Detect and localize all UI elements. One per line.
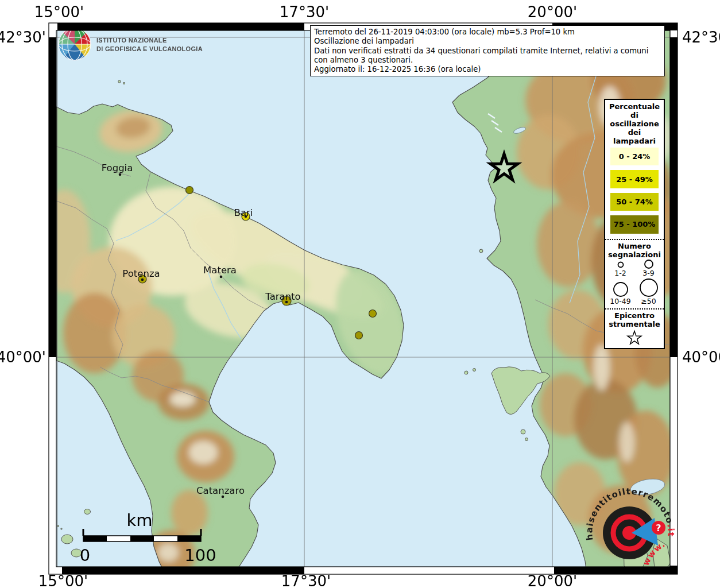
logo-name-red: .it — [665, 523, 676, 537]
legend-title-line: Epicentro — [609, 311, 660, 320]
legend-title-line: dei — [609, 128, 660, 137]
axis-label-left: 42°30' — [0, 29, 46, 46]
count-circle-icon — [615, 260, 626, 269]
count-circle-icon — [612, 281, 629, 297]
count-class-10-49: 10-49 — [606, 278, 634, 305]
city-label: Taranto — [265, 291, 300, 302]
legend-title-line: segnalazioni — [608, 250, 661, 259]
report-dot — [186, 187, 193, 194]
legend-title-line: Numero — [608, 242, 661, 250]
count-class-3-9: 3-9 — [634, 259, 663, 277]
city-label: Bari — [234, 207, 253, 218]
count-label: 1-2 — [614, 269, 626, 277]
city-marker — [220, 276, 223, 278]
report-dot — [369, 310, 377, 318]
legend-title-line: lampadari — [609, 137, 660, 145]
legend-swatch-75-100: 75 - 100% — [610, 215, 659, 233]
legend-count-title: Numero segnalazioni — [608, 242, 661, 259]
seismic-intensity-map-page: Foggia Bari Matera Potenza Taranto Catan… — [0, 0, 720, 588]
city-label: Matera — [203, 265, 237, 276]
event-disclaimer: Dati non verificati estratti da 34 quest… — [314, 47, 661, 65]
axis-label-left: 40°00' — [0, 349, 46, 366]
legend-percent-title: Percentuale di oscillazione dei lampadar… — [609, 102, 660, 145]
axis-label-bottom: 20°00' — [528, 572, 577, 588]
count-class-1-2: 1-2 — [606, 259, 634, 277]
swatch-label: 75 - 100% — [614, 220, 656, 229]
swatch-label: 50 - 74% — [616, 198, 653, 206]
count-label: 10-49 — [610, 297, 630, 305]
legend-swatch-25-49: 25 - 49% — [610, 170, 659, 188]
event-info-box: Terremoto del 26-11-2019 04:03:00 (ora l… — [310, 25, 665, 76]
city-label: Potenza — [122, 268, 160, 279]
axis-label-top: 17°30' — [280, 3, 329, 21]
axis-label-top: 15°00' — [34, 3, 84, 21]
ingv-name-line2: DI GEOFISICA E VULCANOLOGIA — [96, 45, 203, 52]
legend-divider — [605, 239, 664, 240]
axis-label-right: 40°00' — [682, 349, 720, 366]
scale-unit-label: km — [126, 510, 152, 530]
axis-label-right: 42°30' — [682, 29, 720, 46]
event-updated: Aggiornato il: 16-12-2025 16:36 (ora loc… — [314, 65, 661, 74]
legend-swatch-50-74: 50 - 74% — [610, 193, 659, 211]
scale-end-label: 100 — [184, 546, 216, 565]
report-dot — [355, 332, 363, 339]
count-label: 3-9 — [642, 269, 654, 277]
legend-title-line: di — [609, 111, 660, 119]
event-title: Terremoto del 26-11-2019 04:03:00 (ora l… — [314, 28, 661, 37]
ingv-name-line1: ISTITUTO NAZIONALE — [96, 37, 167, 44]
event-effect: Oscillazione dei lampadari — [314, 37, 661, 46]
question-mark: ? — [656, 523, 661, 533]
legend-count-grid: 1-2 3-9 10-49 ≥50 — [606, 259, 663, 305]
city-marker — [119, 173, 122, 176]
axis-label-bottom: 15°00' — [38, 572, 88, 588]
legend: Percentuale di oscillazione dei lampadar… — [604, 99, 665, 349]
scale-start-label: 0 — [80, 546, 90, 565]
legend-star-icon — [623, 328, 646, 347]
legend-title-line: oscillazione — [609, 119, 660, 128]
axis-label-top: 20°00' — [528, 3, 577, 21]
swatch-label: 25 - 49% — [616, 175, 653, 184]
axis-label-bottom: 17°30' — [281, 572, 331, 588]
legend-divider — [605, 308, 664, 310]
count-label: ≥50 — [641, 297, 656, 305]
legend-title-line: Percentuale — [609, 102, 660, 111]
count-class-50plus: ≥50 — [634, 278, 663, 305]
count-circle-icon — [642, 259, 655, 269]
legend-swatch-0-24: 0 - 24% — [610, 148, 659, 165]
legend-title-line: strumentale — [609, 320, 660, 328]
map-area: Foggia Bari Matera Potenza Taranto Catan… — [38, 28, 686, 578]
swatch-label: 0 - 24% — [619, 152, 651, 161]
count-circle-icon — [638, 278, 659, 297]
city-label: Foggia — [102, 163, 133, 173]
legend-epicenter-title: Epicentro strumentale — [609, 311, 660, 328]
city-label: Catanzaro — [196, 485, 245, 496]
